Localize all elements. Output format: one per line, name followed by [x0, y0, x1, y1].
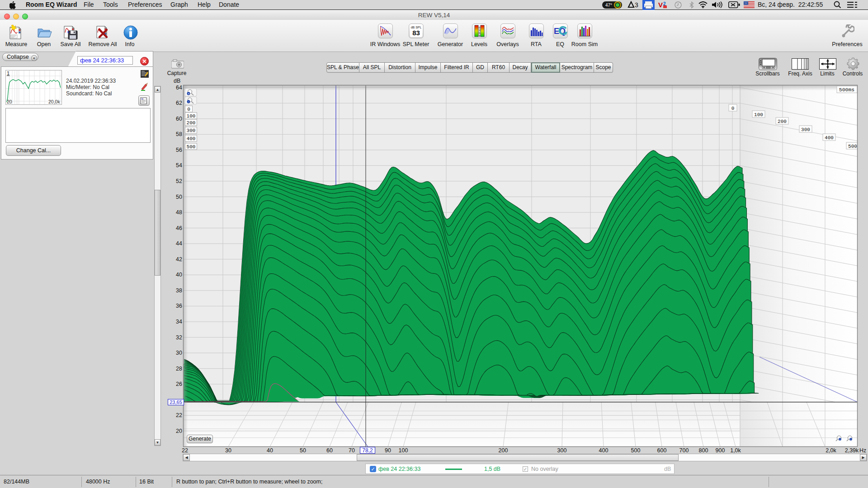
svg-text:0: 0: [187, 107, 190, 112]
svg-text:0: 0: [731, 106, 735, 111]
svg-text:300: 300: [187, 128, 196, 133]
svg-text:500: 500: [848, 144, 857, 149]
svg-text:3: 3: [635, 1, 638, 8]
svg-text:200: 200: [778, 119, 787, 124]
svg-text:100: 100: [754, 112, 763, 117]
svg-text:83: 83: [412, 29, 420, 37]
svg-text:V: V: [658, 1, 663, 9]
svg-text:400: 400: [187, 136, 196, 141]
svg-text:500ms: 500ms: [839, 87, 855, 93]
svg-text:dB SPL: dB SPL: [411, 26, 422, 29]
svg-text:9: 9: [479, 34, 481, 38]
svg-text:+: +: [188, 92, 190, 96]
svg-text:100: 100: [187, 113, 196, 119]
svg-text:200: 200: [187, 120, 196, 126]
svg-text:47°: 47°: [605, 3, 612, 8]
svg-text:300: 300: [801, 127, 810, 132]
svg-text:-: -: [188, 99, 189, 104]
svg-text:400: 400: [825, 135, 834, 141]
svg-text:500: 500: [187, 144, 196, 150]
